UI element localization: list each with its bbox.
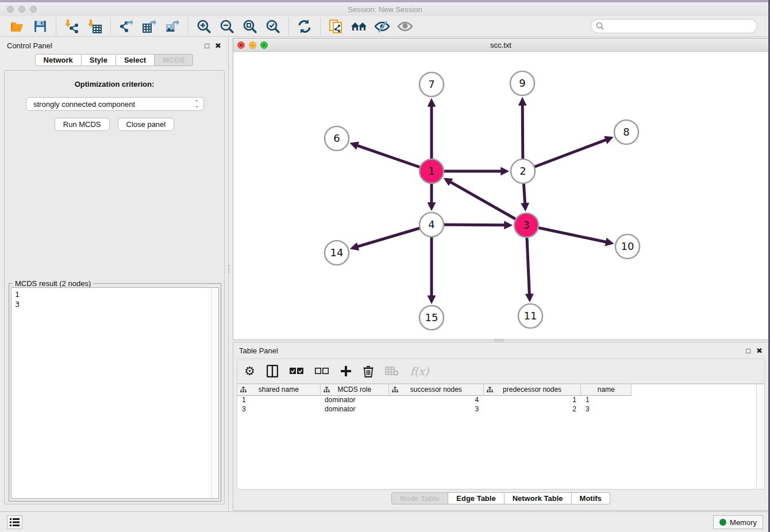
zoom-selected-button[interactable] xyxy=(263,18,283,35)
hide-selected-button[interactable] xyxy=(372,18,392,35)
run-mcds-button[interactable]: Run MCDS xyxy=(55,118,110,131)
import-network-button[interactable] xyxy=(62,18,82,35)
table-row[interactable]: 1dominator411 xyxy=(237,395,632,404)
network-window-titlebar[interactable]: ✕ − + scc.txt xyxy=(233,38,768,52)
table-cell[interactable]: dominator xyxy=(320,404,388,414)
search-input[interactable] xyxy=(591,19,757,33)
close-panel-icon[interactable]: ✖ xyxy=(215,42,221,49)
open-session-button[interactable] xyxy=(7,18,27,35)
column-header-successor-nodes[interactable]: successor nodes xyxy=(388,384,483,395)
main-toolbar xyxy=(0,16,770,37)
table-cell[interactable]: 3 xyxy=(237,404,320,414)
edge-2-to-8[interactable] xyxy=(523,140,606,171)
table-row[interactable]: 3dominator323 xyxy=(237,404,632,414)
eye-icon xyxy=(397,19,413,34)
zoom-fit-button[interactable] xyxy=(240,18,260,35)
memory-button[interactable]: Memory xyxy=(713,515,763,529)
delete-table-button[interactable] xyxy=(385,363,399,379)
export-table-button[interactable] xyxy=(140,18,159,35)
tab-motifs[interactable]: Motifs xyxy=(572,492,610,504)
import-table-icon xyxy=(87,19,102,34)
gear-icon: ⚙ xyxy=(244,364,255,378)
open-folder-icon xyxy=(10,19,25,34)
plus-icon xyxy=(340,365,352,377)
column-header-shared-name[interactable]: shared name xyxy=(237,384,320,395)
tab-network-table[interactable]: Network Table xyxy=(505,492,572,504)
optimization-criterion-select[interactable]: strongly connected component ⌃⌄ xyxy=(26,97,204,111)
close-panel-button[interactable]: Close panel xyxy=(118,118,175,131)
import-table-button[interactable] xyxy=(85,18,105,35)
show-columns-button[interactable] xyxy=(267,363,278,379)
control-panel-tabbar: NetworkStyleSelectMCDS xyxy=(0,54,228,66)
zoom-out-button[interactable] xyxy=(217,18,237,35)
tab-node-table[interactable]: Node Table xyxy=(391,492,448,504)
float-panel-icon[interactable]: □ xyxy=(746,347,750,354)
delete-table-icon xyxy=(385,367,399,376)
tab-select[interactable]: Select xyxy=(116,54,155,66)
save-session-button[interactable] xyxy=(30,18,50,35)
graph-node-label: 2 xyxy=(519,165,526,177)
unchecked-boxes-icon xyxy=(315,368,329,375)
table-cell[interactable]: 4 xyxy=(388,395,483,404)
houses-icon xyxy=(351,19,368,34)
export-network-button[interactable] xyxy=(117,18,136,35)
table-panel: Table Panel □ ✖ ⚙ xyxy=(233,342,769,511)
float-panel-icon[interactable]: □ xyxy=(205,42,209,49)
table-cell[interactable]: 3 xyxy=(388,404,483,414)
table-cell[interactable]: 1 xyxy=(581,395,632,404)
toolbar-separator xyxy=(110,18,111,35)
network-graph-canvas[interactable]: 7968124314101511 xyxy=(233,52,768,340)
column-header-name[interactable]: name xyxy=(581,384,632,395)
graph-node-label: 14 xyxy=(330,246,344,259)
close-panel-icon[interactable]: ✖ xyxy=(756,347,763,354)
delete-row-button[interactable] xyxy=(363,363,374,379)
table-scrollbar[interactable] xyxy=(756,384,764,489)
mcds-result-groupbox: MCDS result (2 nodes) 1 3 xyxy=(9,283,221,502)
table-cell[interactable]: 2 xyxy=(483,404,581,414)
edge-3-to-1[interactable] xyxy=(451,182,526,225)
toolbar-separator xyxy=(56,18,56,35)
memory-status-dot xyxy=(719,519,726,526)
toolbar-separator xyxy=(320,18,321,35)
task-history-button[interactable] xyxy=(7,515,22,529)
result-scrollbar[interactable] xyxy=(211,288,218,498)
table-options-button[interactable]: ⚙ xyxy=(244,363,255,379)
import-network-icon xyxy=(64,19,79,34)
list-icon xyxy=(10,518,20,526)
graph-node-label: 15 xyxy=(425,311,438,323)
mcds-result-text[interactable]: 1 3 xyxy=(11,287,219,499)
tab-style[interactable]: Style xyxy=(82,54,116,66)
vertical-splitter[interactable] xyxy=(228,265,230,276)
tab-mcds[interactable]: MCDS xyxy=(155,54,193,66)
network-view-window: ✕ − + scc.txt 7968124314101511 xyxy=(233,38,769,340)
zoom-out-icon xyxy=(220,19,234,34)
apply-layout-button[interactable] xyxy=(295,18,314,35)
tree-icon xyxy=(392,387,398,393)
add-row-button[interactable] xyxy=(340,363,352,379)
column-header-predecessor-nodes[interactable]: predecessor nodes xyxy=(483,384,581,395)
export-table-icon xyxy=(142,19,157,34)
zoom-in-icon xyxy=(197,19,211,34)
horizontal-splitter[interactable] xyxy=(494,339,503,341)
mcds-result-title: MCDS result (2 nodes) xyxy=(13,279,93,288)
export-network-icon xyxy=(119,19,134,34)
export-image-button[interactable] xyxy=(163,18,182,35)
tab-edge-table[interactable]: Edge Table xyxy=(448,492,504,504)
column-header-MCDS-role[interactable]: MCDS role xyxy=(320,384,388,395)
first-neighbors-button[interactable] xyxy=(349,18,369,35)
zoom-in-button[interactable] xyxy=(194,18,214,35)
table-cell[interactable]: dominator xyxy=(320,395,388,404)
select-stepper-icon: ⌃⌄ xyxy=(194,101,199,107)
select-all-button[interactable] xyxy=(290,363,303,379)
table-cell[interactable]: 1 xyxy=(483,395,581,404)
graph-node-label: 7 xyxy=(428,78,434,90)
table-panel-tabbar: Node TableEdge TableNetwork TableMotifs xyxy=(233,492,768,504)
tab-network[interactable]: Network xyxy=(35,54,82,66)
toolbar-separator xyxy=(188,18,188,35)
deselect-all-button[interactable] xyxy=(315,363,329,379)
apply-function-button[interactable]: f(x) xyxy=(410,365,429,377)
table-cell[interactable]: 1 xyxy=(237,395,320,404)
table-cell[interactable]: 3 xyxy=(581,404,632,414)
new-network-from-selection-button[interactable] xyxy=(326,18,346,35)
show-all-button[interactable] xyxy=(395,18,415,35)
